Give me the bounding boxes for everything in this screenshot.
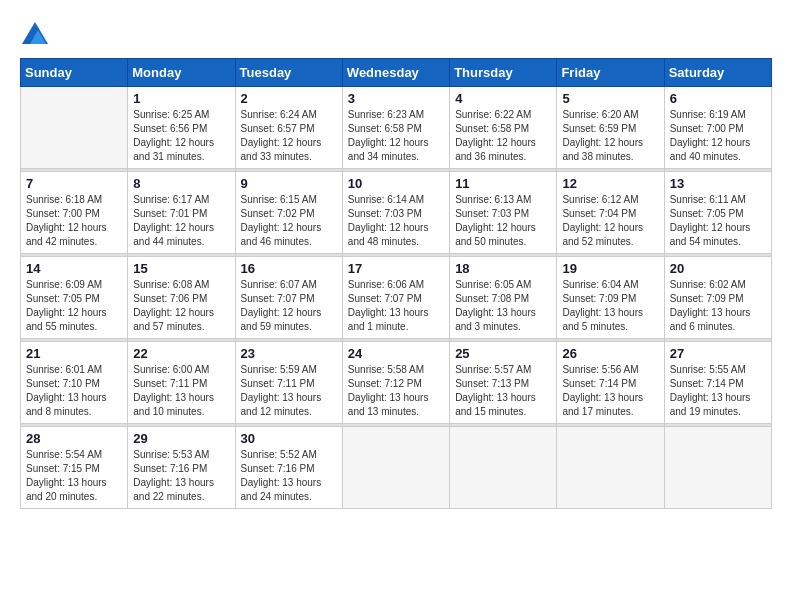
day-number: 29 — [133, 431, 229, 446]
day-number: 19 — [562, 261, 658, 276]
day-info: Sunrise: 5:52 AMSunset: 7:16 PMDaylight:… — [241, 448, 337, 504]
day-number: 14 — [26, 261, 122, 276]
calendar-cell: 28Sunrise: 5:54 AMSunset: 7:15 PMDayligh… — [21, 427, 128, 509]
day-info: Sunrise: 6:19 AMSunset: 7:00 PMDaylight:… — [670, 108, 766, 164]
calendar-cell: 14Sunrise: 6:09 AMSunset: 7:05 PMDayligh… — [21, 257, 128, 339]
day-info: Sunrise: 6:09 AMSunset: 7:05 PMDaylight:… — [26, 278, 122, 334]
calendar-cell: 13Sunrise: 6:11 AMSunset: 7:05 PMDayligh… — [664, 172, 771, 254]
day-number: 13 — [670, 176, 766, 191]
calendar-header-row: SundayMondayTuesdayWednesdayThursdayFrid… — [21, 59, 772, 87]
calendar-cell: 8Sunrise: 6:17 AMSunset: 7:01 PMDaylight… — [128, 172, 235, 254]
calendar-cell: 4Sunrise: 6:22 AMSunset: 6:58 PMDaylight… — [450, 87, 557, 169]
weekday-header: Monday — [128, 59, 235, 87]
logo — [20, 20, 54, 50]
calendar-cell: 7Sunrise: 6:18 AMSunset: 7:00 PMDaylight… — [21, 172, 128, 254]
logo-icon — [20, 20, 50, 50]
day-number: 8 — [133, 176, 229, 191]
calendar-cell: 18Sunrise: 6:05 AMSunset: 7:08 PMDayligh… — [450, 257, 557, 339]
day-info: Sunrise: 6:25 AMSunset: 6:56 PMDaylight:… — [133, 108, 229, 164]
day-info: Sunrise: 5:59 AMSunset: 7:11 PMDaylight:… — [241, 363, 337, 419]
day-info: Sunrise: 6:08 AMSunset: 7:06 PMDaylight:… — [133, 278, 229, 334]
calendar-cell: 11Sunrise: 6:13 AMSunset: 7:03 PMDayligh… — [450, 172, 557, 254]
calendar-cell: 22Sunrise: 6:00 AMSunset: 7:11 PMDayligh… — [128, 342, 235, 424]
day-info: Sunrise: 5:53 AMSunset: 7:16 PMDaylight:… — [133, 448, 229, 504]
calendar-cell: 3Sunrise: 6:23 AMSunset: 6:58 PMDaylight… — [342, 87, 449, 169]
weekday-header: Saturday — [664, 59, 771, 87]
day-number: 15 — [133, 261, 229, 276]
day-info: Sunrise: 5:54 AMSunset: 7:15 PMDaylight:… — [26, 448, 122, 504]
calendar-cell: 27Sunrise: 5:55 AMSunset: 7:14 PMDayligh… — [664, 342, 771, 424]
calendar-cell: 19Sunrise: 6:04 AMSunset: 7:09 PMDayligh… — [557, 257, 664, 339]
calendar-cell: 17Sunrise: 6:06 AMSunset: 7:07 PMDayligh… — [342, 257, 449, 339]
day-info: Sunrise: 5:58 AMSunset: 7:12 PMDaylight:… — [348, 363, 444, 419]
day-number: 12 — [562, 176, 658, 191]
day-info: Sunrise: 6:13 AMSunset: 7:03 PMDaylight:… — [455, 193, 551, 249]
weekday-header: Thursday — [450, 59, 557, 87]
day-number: 3 — [348, 91, 444, 106]
calendar-cell: 21Sunrise: 6:01 AMSunset: 7:10 PMDayligh… — [21, 342, 128, 424]
day-info: Sunrise: 6:23 AMSunset: 6:58 PMDaylight:… — [348, 108, 444, 164]
calendar-week-row: 21Sunrise: 6:01 AMSunset: 7:10 PMDayligh… — [21, 342, 772, 424]
weekday-header: Friday — [557, 59, 664, 87]
calendar-cell: 30Sunrise: 5:52 AMSunset: 7:16 PMDayligh… — [235, 427, 342, 509]
day-number: 17 — [348, 261, 444, 276]
day-number: 18 — [455, 261, 551, 276]
calendar-cell: 24Sunrise: 5:58 AMSunset: 7:12 PMDayligh… — [342, 342, 449, 424]
day-info: Sunrise: 5:55 AMSunset: 7:14 PMDaylight:… — [670, 363, 766, 419]
day-info: Sunrise: 6:06 AMSunset: 7:07 PMDaylight:… — [348, 278, 444, 334]
day-info: Sunrise: 6:18 AMSunset: 7:00 PMDaylight:… — [26, 193, 122, 249]
weekday-header: Wednesday — [342, 59, 449, 87]
calendar-week-row: 14Sunrise: 6:09 AMSunset: 7:05 PMDayligh… — [21, 257, 772, 339]
day-info: Sunrise: 6:22 AMSunset: 6:58 PMDaylight:… — [455, 108, 551, 164]
day-number: 2 — [241, 91, 337, 106]
weekday-header: Sunday — [21, 59, 128, 87]
header — [20, 20, 772, 50]
calendar-cell: 23Sunrise: 5:59 AMSunset: 7:11 PMDayligh… — [235, 342, 342, 424]
day-number: 27 — [670, 346, 766, 361]
day-info: Sunrise: 6:01 AMSunset: 7:10 PMDaylight:… — [26, 363, 122, 419]
calendar-cell: 10Sunrise: 6:14 AMSunset: 7:03 PMDayligh… — [342, 172, 449, 254]
day-number: 7 — [26, 176, 122, 191]
day-number: 10 — [348, 176, 444, 191]
calendar-cell: 5Sunrise: 6:20 AMSunset: 6:59 PMDaylight… — [557, 87, 664, 169]
day-info: Sunrise: 6:04 AMSunset: 7:09 PMDaylight:… — [562, 278, 658, 334]
calendar-cell: 15Sunrise: 6:08 AMSunset: 7:06 PMDayligh… — [128, 257, 235, 339]
calendar-week-row: 7Sunrise: 6:18 AMSunset: 7:00 PMDaylight… — [21, 172, 772, 254]
day-info: Sunrise: 6:12 AMSunset: 7:04 PMDaylight:… — [562, 193, 658, 249]
day-number: 16 — [241, 261, 337, 276]
calendar-cell: 25Sunrise: 5:57 AMSunset: 7:13 PMDayligh… — [450, 342, 557, 424]
day-info: Sunrise: 6:20 AMSunset: 6:59 PMDaylight:… — [562, 108, 658, 164]
day-number: 11 — [455, 176, 551, 191]
day-info: Sunrise: 6:17 AMSunset: 7:01 PMDaylight:… — [133, 193, 229, 249]
weekday-header: Tuesday — [235, 59, 342, 87]
calendar-cell: 16Sunrise: 6:07 AMSunset: 7:07 PMDayligh… — [235, 257, 342, 339]
calendar-cell: 26Sunrise: 5:56 AMSunset: 7:14 PMDayligh… — [557, 342, 664, 424]
calendar-cell — [664, 427, 771, 509]
day-info: Sunrise: 6:11 AMSunset: 7:05 PMDaylight:… — [670, 193, 766, 249]
calendar-cell: 6Sunrise: 6:19 AMSunset: 7:00 PMDaylight… — [664, 87, 771, 169]
calendar-cell: 9Sunrise: 6:15 AMSunset: 7:02 PMDaylight… — [235, 172, 342, 254]
calendar-cell — [342, 427, 449, 509]
calendar-cell — [450, 427, 557, 509]
day-number: 21 — [26, 346, 122, 361]
calendar-cell — [557, 427, 664, 509]
day-info: Sunrise: 6:07 AMSunset: 7:07 PMDaylight:… — [241, 278, 337, 334]
day-number: 20 — [670, 261, 766, 276]
day-number: 1 — [133, 91, 229, 106]
calendar-cell — [21, 87, 128, 169]
day-number: 23 — [241, 346, 337, 361]
day-number: 22 — [133, 346, 229, 361]
day-info: Sunrise: 6:00 AMSunset: 7:11 PMDaylight:… — [133, 363, 229, 419]
day-info: Sunrise: 6:02 AMSunset: 7:09 PMDaylight:… — [670, 278, 766, 334]
calendar-cell: 29Sunrise: 5:53 AMSunset: 7:16 PMDayligh… — [128, 427, 235, 509]
day-info: Sunrise: 5:57 AMSunset: 7:13 PMDaylight:… — [455, 363, 551, 419]
day-number: 6 — [670, 91, 766, 106]
day-number: 24 — [348, 346, 444, 361]
day-info: Sunrise: 6:05 AMSunset: 7:08 PMDaylight:… — [455, 278, 551, 334]
calendar-cell: 1Sunrise: 6:25 AMSunset: 6:56 PMDaylight… — [128, 87, 235, 169]
calendar-cell: 2Sunrise: 6:24 AMSunset: 6:57 PMDaylight… — [235, 87, 342, 169]
day-info: Sunrise: 6:14 AMSunset: 7:03 PMDaylight:… — [348, 193, 444, 249]
day-info: Sunrise: 6:15 AMSunset: 7:02 PMDaylight:… — [241, 193, 337, 249]
day-number: 26 — [562, 346, 658, 361]
day-number: 28 — [26, 431, 122, 446]
